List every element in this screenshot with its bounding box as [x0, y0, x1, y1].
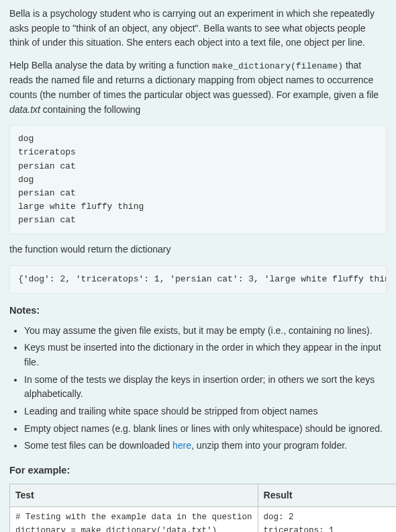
note-item-2: Keys must be inserted into the dictionar… [24, 341, 387, 369]
table-cell-test: # Testing with the example data in the q… [10, 507, 258, 532]
table-row: # Testing with the example data in the q… [10, 507, 397, 532]
intro-p2-text-c: containing the following [40, 104, 140, 115]
table-header-test: Test [10, 484, 258, 507]
filename-italic: data.txt [9, 104, 40, 115]
intro-paragraph-1: Bella is a psychology student who is car… [9, 7, 387, 50]
note-item-5: Empty object names (e.g. blank lines or … [24, 422, 387, 437]
table-header-row: Test Result [10, 484, 397, 507]
note-item-1: You may assume the given file exists, bu… [24, 324, 387, 339]
intro-paragraph-2: Help Bella analyse the data by writing a… [9, 58, 387, 117]
example-table: Test Result # Testing with the example d… [9, 484, 396, 532]
table-header-result: Result [258, 484, 396, 507]
example-input-codeblock: dog triceratops persian cat dog persian … [9, 125, 387, 234]
note-6-text-b: , unzip them into your program folder. [191, 440, 347, 451]
note-item-6: Some test files can be downloaded here, … [24, 439, 387, 453]
notes-list: You may assume the given file exists, bu… [9, 324, 387, 454]
mid-text: the function would return the dictionary [9, 242, 387, 257]
note-item-3: In some of the tests we display the keys… [24, 373, 387, 402]
example-heading: For example: [9, 463, 387, 478]
note-6-text-a: Some test files can be downloaded [24, 440, 172, 451]
notes-heading: Notes: [9, 303, 387, 318]
function-name-code: make_dictionary(filename) [212, 61, 343, 71]
table-cell-result: dog: 2 triceratops: 1 persian cat: 3 lar… [258, 507, 396, 532]
intro-p2-text-a: Help Bella analyse the data by writing a… [9, 60, 212, 71]
example-output-codeblock: {'dog': 2, 'triceratops': 1, 'persian ca… [9, 265, 387, 294]
download-link[interactable]: here [172, 440, 191, 451]
note-item-4: Leading and trailing white space should … [24, 404, 387, 419]
